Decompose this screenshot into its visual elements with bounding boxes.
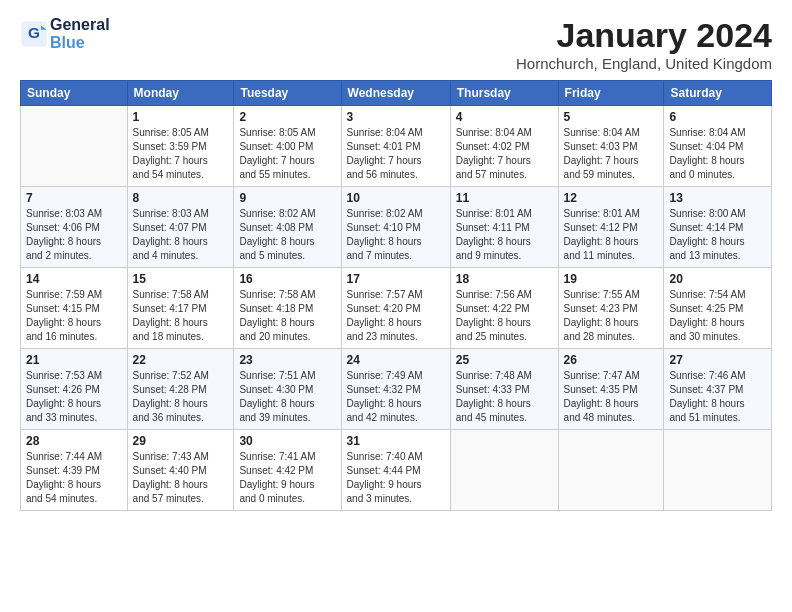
day-number: 22 (133, 353, 229, 367)
calendar-cell: 2Sunrise: 8:05 AM Sunset: 4:00 PM Daylig… (234, 106, 341, 187)
week-row-2: 7Sunrise: 8:03 AM Sunset: 4:06 PM Daylig… (21, 187, 772, 268)
calendar-cell: 20Sunrise: 7:54 AM Sunset: 4:25 PM Dayli… (664, 268, 772, 349)
calendar-cell: 18Sunrise: 7:56 AM Sunset: 4:22 PM Dayli… (450, 268, 558, 349)
day-info: Sunrise: 7:54 AM Sunset: 4:25 PM Dayligh… (669, 288, 766, 344)
day-info: Sunrise: 7:58 AM Sunset: 4:18 PM Dayligh… (239, 288, 335, 344)
calendar-cell: 11Sunrise: 8:01 AM Sunset: 4:11 PM Dayli… (450, 187, 558, 268)
day-info: Sunrise: 8:02 AM Sunset: 4:08 PM Dayligh… (239, 207, 335, 263)
week-row-1: 1Sunrise: 8:05 AM Sunset: 3:59 PM Daylig… (21, 106, 772, 187)
logo-icon: G (20, 20, 48, 48)
day-info: Sunrise: 8:04 AM Sunset: 4:02 PM Dayligh… (456, 126, 553, 182)
calendar-cell: 17Sunrise: 7:57 AM Sunset: 4:20 PM Dayli… (341, 268, 450, 349)
calendar-cell: 27Sunrise: 7:46 AM Sunset: 4:37 PM Dayli… (664, 349, 772, 430)
day-info: Sunrise: 8:04 AM Sunset: 4:01 PM Dayligh… (347, 126, 445, 182)
day-number: 4 (456, 110, 553, 124)
day-number: 6 (669, 110, 766, 124)
day-info: Sunrise: 8:00 AM Sunset: 4:14 PM Dayligh… (669, 207, 766, 263)
day-number: 5 (564, 110, 659, 124)
calendar-cell: 12Sunrise: 8:01 AM Sunset: 4:12 PM Dayli… (558, 187, 664, 268)
day-info: Sunrise: 7:56 AM Sunset: 4:22 PM Dayligh… (456, 288, 553, 344)
day-info: Sunrise: 7:44 AM Sunset: 4:39 PM Dayligh… (26, 450, 122, 506)
day-info: Sunrise: 7:47 AM Sunset: 4:35 PM Dayligh… (564, 369, 659, 425)
day-number: 14 (26, 272, 122, 286)
calendar-cell: 10Sunrise: 8:02 AM Sunset: 4:10 PM Dayli… (341, 187, 450, 268)
calendar-cell (450, 430, 558, 511)
header: G General Blue January 2024 Hornchurch, … (20, 16, 772, 72)
day-info: Sunrise: 7:58 AM Sunset: 4:17 PM Dayligh… (133, 288, 229, 344)
week-row-5: 28Sunrise: 7:44 AM Sunset: 4:39 PM Dayli… (21, 430, 772, 511)
calendar-cell: 13Sunrise: 8:00 AM Sunset: 4:14 PM Dayli… (664, 187, 772, 268)
day-number: 8 (133, 191, 229, 205)
header-cell-tuesday: Tuesday (234, 81, 341, 106)
header-cell-thursday: Thursday (450, 81, 558, 106)
day-info: Sunrise: 7:51 AM Sunset: 4:30 PM Dayligh… (239, 369, 335, 425)
day-info: Sunrise: 8:03 AM Sunset: 4:06 PM Dayligh… (26, 207, 122, 263)
calendar-cell: 8Sunrise: 8:03 AM Sunset: 4:07 PM Daylig… (127, 187, 234, 268)
day-info: Sunrise: 8:03 AM Sunset: 4:07 PM Dayligh… (133, 207, 229, 263)
calendar-cell (21, 106, 128, 187)
header-cell-friday: Friday (558, 81, 664, 106)
day-info: Sunrise: 8:05 AM Sunset: 4:00 PM Dayligh… (239, 126, 335, 182)
calendar-cell (664, 430, 772, 511)
day-number: 17 (347, 272, 445, 286)
day-info: Sunrise: 7:55 AM Sunset: 4:23 PM Dayligh… (564, 288, 659, 344)
header-cell-sunday: Sunday (21, 81, 128, 106)
header-cell-wednesday: Wednesday (341, 81, 450, 106)
calendar-cell: 3Sunrise: 8:04 AM Sunset: 4:01 PM Daylig… (341, 106, 450, 187)
calendar-table: SundayMondayTuesdayWednesdayThursdayFrid… (20, 80, 772, 511)
header-cell-monday: Monday (127, 81, 234, 106)
calendar-cell: 9Sunrise: 8:02 AM Sunset: 4:08 PM Daylig… (234, 187, 341, 268)
logo: G General Blue (20, 16, 110, 52)
calendar-cell: 6Sunrise: 8:04 AM Sunset: 4:04 PM Daylig… (664, 106, 772, 187)
day-info: Sunrise: 8:01 AM Sunset: 4:12 PM Dayligh… (564, 207, 659, 263)
calendar-cell: 29Sunrise: 7:43 AM Sunset: 4:40 PM Dayli… (127, 430, 234, 511)
calendar-subtitle: Hornchurch, England, United Kingdom (516, 55, 772, 72)
calendar-cell: 30Sunrise: 7:41 AM Sunset: 4:42 PM Dayli… (234, 430, 341, 511)
day-number: 2 (239, 110, 335, 124)
day-number: 11 (456, 191, 553, 205)
day-number: 19 (564, 272, 659, 286)
calendar-cell: 24Sunrise: 7:49 AM Sunset: 4:32 PM Dayli… (341, 349, 450, 430)
calendar-cell: 19Sunrise: 7:55 AM Sunset: 4:23 PM Dayli… (558, 268, 664, 349)
calendar-cell: 26Sunrise: 7:47 AM Sunset: 4:35 PM Dayli… (558, 349, 664, 430)
day-info: Sunrise: 8:05 AM Sunset: 3:59 PM Dayligh… (133, 126, 229, 182)
day-number: 20 (669, 272, 766, 286)
calendar-cell: 4Sunrise: 8:04 AM Sunset: 4:02 PM Daylig… (450, 106, 558, 187)
day-info: Sunrise: 8:04 AM Sunset: 4:04 PM Dayligh… (669, 126, 766, 182)
day-number: 12 (564, 191, 659, 205)
logo-text: General Blue (50, 16, 110, 52)
day-number: 7 (26, 191, 122, 205)
day-info: Sunrise: 7:40 AM Sunset: 4:44 PM Dayligh… (347, 450, 445, 506)
day-number: 9 (239, 191, 335, 205)
calendar-cell: 31Sunrise: 7:40 AM Sunset: 4:44 PM Dayli… (341, 430, 450, 511)
day-number: 13 (669, 191, 766, 205)
svg-text:G: G (28, 24, 40, 41)
calendar-cell (558, 430, 664, 511)
day-info: Sunrise: 7:57 AM Sunset: 4:20 PM Dayligh… (347, 288, 445, 344)
calendar-cell: 28Sunrise: 7:44 AM Sunset: 4:39 PM Dayli… (21, 430, 128, 511)
day-number: 29 (133, 434, 229, 448)
day-info: Sunrise: 8:04 AM Sunset: 4:03 PM Dayligh… (564, 126, 659, 182)
day-number: 18 (456, 272, 553, 286)
day-number: 16 (239, 272, 335, 286)
calendar-cell: 23Sunrise: 7:51 AM Sunset: 4:30 PM Dayli… (234, 349, 341, 430)
calendar-cell: 22Sunrise: 7:52 AM Sunset: 4:28 PM Dayli… (127, 349, 234, 430)
day-number: 3 (347, 110, 445, 124)
day-info: Sunrise: 7:48 AM Sunset: 4:33 PM Dayligh… (456, 369, 553, 425)
day-number: 10 (347, 191, 445, 205)
day-info: Sunrise: 7:43 AM Sunset: 4:40 PM Dayligh… (133, 450, 229, 506)
day-number: 15 (133, 272, 229, 286)
day-number: 24 (347, 353, 445, 367)
header-row: SundayMondayTuesdayWednesdayThursdayFrid… (21, 81, 772, 106)
day-number: 31 (347, 434, 445, 448)
day-info: Sunrise: 8:02 AM Sunset: 4:10 PM Dayligh… (347, 207, 445, 263)
calendar-cell: 16Sunrise: 7:58 AM Sunset: 4:18 PM Dayli… (234, 268, 341, 349)
title-block: January 2024 Hornchurch, England, United… (516, 16, 772, 72)
day-number: 28 (26, 434, 122, 448)
day-info: Sunrise: 7:59 AM Sunset: 4:15 PM Dayligh… (26, 288, 122, 344)
day-info: Sunrise: 7:41 AM Sunset: 4:42 PM Dayligh… (239, 450, 335, 506)
header-cell-saturday: Saturday (664, 81, 772, 106)
week-row-4: 21Sunrise: 7:53 AM Sunset: 4:26 PM Dayli… (21, 349, 772, 430)
page-container: G General Blue January 2024 Hornchurch, … (0, 0, 792, 521)
day-number: 23 (239, 353, 335, 367)
